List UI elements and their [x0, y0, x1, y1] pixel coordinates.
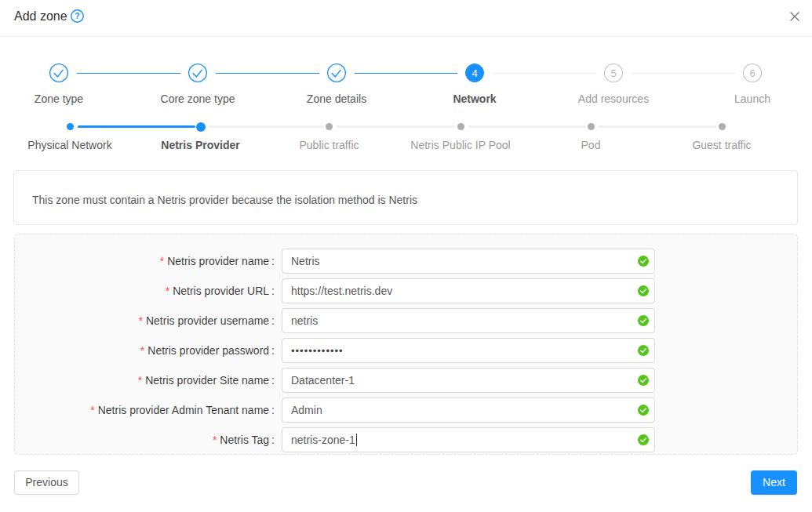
svg-text:?: ?	[75, 11, 79, 20]
